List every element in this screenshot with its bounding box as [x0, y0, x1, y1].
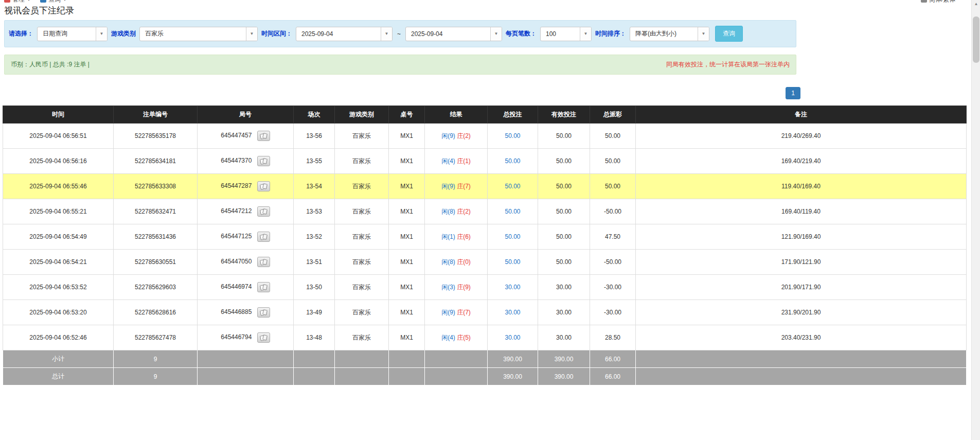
cell-time: 2025-09-04 06:53:20	[3, 300, 114, 325]
header-total-bet: 总投注	[488, 106, 538, 124]
nav-item-admin[interactable]: 管理 ▼	[4, 0, 31, 4]
game-result-icon[interactable]	[257, 131, 270, 141]
cell-valid-bet: 30.00	[538, 275, 590, 300]
cell-total-bet-link[interactable]: 50.00	[505, 157, 520, 165]
game-result-icon[interactable]	[257, 206, 270, 217]
result-banker: 庄(1)	[457, 157, 471, 165]
result-banker: 庄(7)	[457, 183, 471, 190]
chevron-down-icon: ▼	[490, 27, 502, 41]
cell-total-bet-link[interactable]: 30.00	[505, 334, 520, 341]
scrollbar-up-arrow[interactable]: ▲	[972, 0, 980, 8]
total-payout: 66.00	[590, 368, 636, 385]
cell-payout: 50.00	[590, 174, 636, 199]
table-row: 2025-09-04 06:55:21 522785632471 6454472…	[3, 199, 967, 224]
cell-round: 645446885	[198, 300, 294, 325]
cell-total-bet-link[interactable]: 50.00	[505, 183, 520, 190]
total-label: 总计	[3, 368, 114, 385]
result-player: 闲(8)	[441, 258, 455, 266]
language-switch[interactable]: 简体/繁体	[921, 0, 955, 4]
cell-session: 13-50	[294, 275, 335, 300]
cell-total-bet-link[interactable]: 50.00	[505, 132, 520, 139]
game-type-select[interactable]: 百家乐 ▼	[139, 27, 258, 41]
result-player: 闲(9)	[441, 309, 455, 316]
admin-icon	[4, 0, 10, 3]
cell-game-type: 百家乐	[335, 124, 389, 149]
cell-note: 121.90/169.40	[636, 224, 967, 250]
cell-table-number: MX1	[389, 199, 425, 224]
cell-total-bet-link[interactable]: 50.00	[505, 233, 520, 240]
cell-time: 2025-09-04 06:54:21	[3, 250, 114, 275]
game-result-icon[interactable]	[257, 307, 270, 318]
scrollbar[interactable]: ▲	[971, 0, 980, 440]
total-valid-bet: 390.00	[538, 368, 590, 385]
language-label: 简体/繁体	[929, 0, 955, 4]
cell-round: 645447457	[198, 124, 294, 149]
scrollbar-thumb[interactable]	[973, 16, 979, 63]
pagination: 1	[4, 87, 800, 99]
cell-note: 171.90/121.90	[636, 250, 967, 275]
game-result-icon[interactable]	[257, 156, 270, 166]
total-row: 总计 9 390.00 390.00 66.00	[3, 368, 967, 385]
subtotal-count: 9	[114, 350, 198, 368]
cell-table-number: MX1	[389, 174, 425, 199]
cell-game-type: 百家乐	[335, 250, 389, 275]
cell-valid-bet: 30.00	[538, 325, 590, 350]
nav-item-query[interactable]: 查询 ▼	[40, 0, 67, 4]
cell-session: 13-49	[294, 300, 335, 325]
table-row: 2025-09-04 06:54:49 522785631436 6454471…	[3, 224, 967, 250]
cell-bet-id: 522785633308	[114, 174, 198, 199]
result-banker: 庄(9)	[457, 284, 471, 291]
cell-session: 13-48	[294, 325, 335, 350]
query-button[interactable]: 查询	[715, 26, 743, 42]
cell-game-type: 百家乐	[335, 149, 389, 174]
cell-session: 13-56	[294, 124, 335, 149]
cell-time: 2025-09-04 06:55:21	[3, 199, 114, 224]
game-result-icon[interactable]	[257, 232, 270, 242]
page-size-select[interactable]: 100 ▼	[540, 27, 592, 41]
cell-table-number: MX1	[389, 224, 425, 250]
chevron-down-icon: ▼	[27, 0, 31, 2]
game-result-icon[interactable]	[257, 181, 270, 191]
table-row: 2025-09-04 06:56:16 522785634181 6454473…	[3, 149, 967, 174]
date-from-value: 2025-09-04	[296, 27, 381, 41]
cell-valid-bet: 50.00	[538, 149, 590, 174]
cell-time: 2025-09-04 06:52:46	[3, 325, 114, 350]
cell-payout: 50.00	[590, 149, 636, 174]
game-result-icon[interactable]	[257, 282, 270, 292]
cell-result: 闲(8) 庄(0)	[425, 250, 488, 275]
summary-notice: 同局有效投注，统一计算在该局第一张注单内	[666, 60, 790, 69]
cell-total-bet-link[interactable]: 50.00	[505, 258, 520, 266]
cell-result: 闲(9) 庄(7)	[425, 300, 488, 325]
query-type-select[interactable]: 日期查询 ▼	[37, 27, 108, 41]
game-result-icon[interactable]	[257, 332, 270, 343]
cell-payout: -50.00	[590, 199, 636, 224]
cell-bet-id: 522785629603	[114, 275, 198, 300]
cell-payout: 47.50	[590, 224, 636, 250]
cell-total-bet-link[interactable]: 30.00	[505, 284, 520, 291]
chevron-down-icon: ▼	[96, 27, 107, 41]
cell-note: 219.40/269.40	[636, 124, 967, 149]
cell-game-type: 百家乐	[335, 224, 389, 250]
cell-session: 13-55	[294, 149, 335, 174]
cell-note: 169.40/119.40	[636, 199, 967, 224]
cell-game-type: 百家乐	[335, 300, 389, 325]
cell-total-bet-link[interactable]: 30.00	[505, 309, 520, 316]
table-row: 2025-09-04 06:52:46 522785627478 6454467…	[3, 325, 967, 350]
header-round: 局号	[198, 106, 294, 124]
page-button-1[interactable]: 1	[786, 87, 800, 99]
subtotal-payout: 66.00	[590, 350, 636, 368]
cell-table-number: MX1	[389, 300, 425, 325]
game-type-label: 游戏类别	[111, 29, 136, 38]
cell-round: 645447050	[198, 250, 294, 275]
cell-result: 闲(4) 庄(5)	[425, 325, 488, 350]
round-number: 645447287	[221, 182, 252, 189]
cell-payout: -30.00	[590, 275, 636, 300]
cell-time: 2025-09-04 06:55:46	[3, 174, 114, 199]
language-icon	[921, 0, 927, 3]
time-sort-select[interactable]: 降幂(由大到小) ▼	[630, 27, 709, 41]
cell-total-bet-link[interactable]: 50.00	[505, 208, 520, 215]
game-result-icon[interactable]	[257, 257, 270, 267]
cell-round: 645447125	[198, 224, 294, 250]
date-to-select[interactable]: 2025-09-04 ▼	[405, 27, 502, 41]
date-from-select[interactable]: 2025-09-04 ▼	[296, 27, 393, 41]
